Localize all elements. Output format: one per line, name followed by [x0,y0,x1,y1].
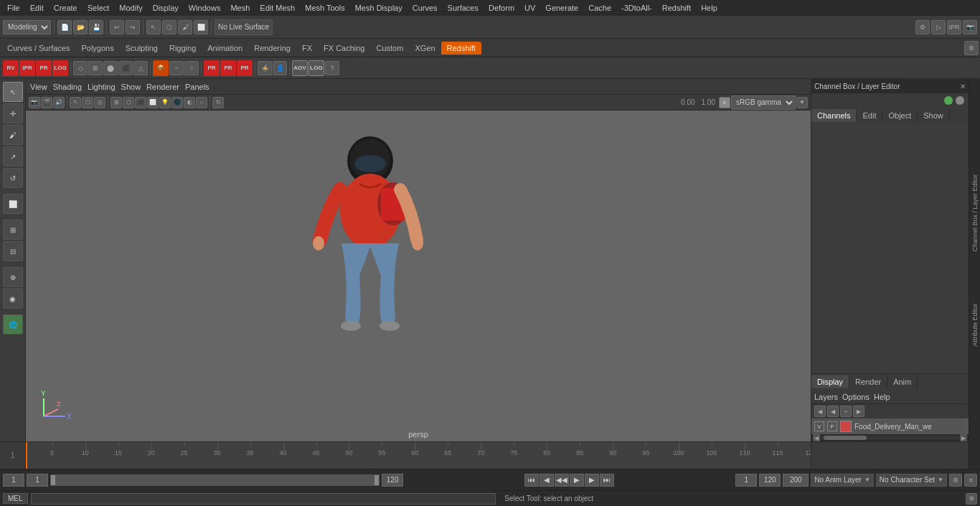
menu-help[interactable]: Help [697,2,722,14]
playhead[interactable] [26,442,27,469]
question-icon[interactable]: ? [325,61,339,75]
lasso-icon[interactable]: ⬡ [162,20,176,34]
range-end-input[interactable]: 120 [382,474,403,487]
ipr-icon[interactable]: IPR [947,20,961,34]
timeline-ruler[interactable]: 5101520253035404550556065707580859095100… [26,442,811,469]
menu-surfaces[interactable]: Surfaces [443,2,483,14]
vp-solid-icon[interactable]: ⬛ [135,97,146,108]
marquee-icon[interactable]: ⬜ [194,20,208,34]
tab-custom[interactable]: Custom [371,42,410,55]
step-forward-btn[interactable]: ▶ [585,474,599,487]
pr3-icon[interactable]: PR [220,60,236,76]
menu-select[interactable]: Select [83,2,114,14]
new-file-icon[interactable]: 📄 [57,20,72,34]
marquee-tool[interactable]: ⬜ [3,194,23,214]
select-icon[interactable]: ↖ [146,20,161,34]
aov-icon[interactable]: AOV [292,60,308,76]
layer-prev-icon[interactable]: ◀ [814,406,826,417]
vp-light-icon[interactable]: 💡 [159,97,171,108]
log-icon[interactable]: LOG [52,60,68,76]
color-swatch[interactable]: ■ [719,97,730,108]
vp-texture-icon[interactable]: ⬜ [147,97,159,108]
mountain-icon[interactable]: △ [133,61,148,75]
settings-gear-icon[interactable]: ⚙ [964,41,979,55]
range-start-handle[interactable] [51,475,55,485]
tab-rendering[interactable]: Rendering [248,42,296,55]
menu-edit[interactable]: Edit [26,2,48,14]
frame-range-bar[interactable] [50,474,380,486]
no-live-surface-btn[interactable]: No Live Surface [215,19,273,35]
vp-mask-icon[interactable]: ⬡ [82,97,93,108]
menu-modify[interactable]: Modify [115,2,146,14]
tab-anim-layer[interactable]: Anim [887,375,918,388]
rotate-tool[interactable]: ↺ [3,168,23,188]
cube-icon[interactable]: 📦 [153,60,169,76]
no-anim-layer-selector[interactable]: No Anim Layer ▼ [811,474,874,487]
circle-icon[interactable]: ○ [184,61,199,75]
menu-cache[interactable]: Cache [584,2,616,14]
layer-visibility-btn[interactable]: V [814,421,824,431]
tab-display-layer[interactable]: Display [811,375,849,388]
status-bar-icon[interactable]: ⊞ [966,493,977,505]
open-file-icon[interactable]: 📂 [73,20,88,34]
menu-file[interactable]: File [3,2,24,14]
mel-python-toggle[interactable]: MEL [3,493,28,504]
world-icon[interactable]: 🌐 [3,314,23,334]
no-char-set-selector[interactable]: No Character Set ▼ [876,474,947,487]
layers-menu-help[interactable]: Help [874,393,890,401]
max-frame-input[interactable]: 120 [759,474,781,487]
layer-color-indicator[interactable] [840,421,852,432]
layout-tool[interactable]: ⊞ [3,220,23,240]
menu-uv[interactable]: UV [520,2,540,14]
scroll-right-arrow[interactable]: ▶ [960,434,967,441]
current-frame-input-right[interactable]: 1 [27,474,48,487]
vp-xray-icon[interactable]: ◐ [184,97,195,108]
vp-refresh-icon[interactable]: ↻ [212,97,224,108]
play-back-btn[interactable]: ◀◀ [555,474,569,487]
panel-close-icon[interactable]: ✕ [960,83,966,90]
attribute-editor-tab-label[interactable]: Attribute Editor [970,299,980,351]
total-max-input[interactable]: 200 [783,474,809,487]
menu-curves[interactable]: Curves [408,2,442,14]
frame-display-input[interactable] [735,474,757,487]
range-end-handle[interactable] [374,475,379,485]
brush-tool[interactable]: 🖌 [3,125,23,145]
menu-deform[interactable]: Deform [484,2,519,14]
vp-menu-panels[interactable]: Panels [185,83,209,91]
tab-show[interactable]: Show [918,109,950,122]
menu-display[interactable]: Display [149,2,183,14]
pr4-icon[interactable]: PR [237,60,253,76]
vp-grid-icon[interactable]: ⊞ [110,97,122,108]
soft-select-tool[interactable]: ◉ [3,289,23,309]
menu-3dtoall[interactable]: -3DtoAll- [617,2,656,14]
current-frame-input-left[interactable]: 1 [3,474,24,487]
layer-p-btn[interactable]: P [827,421,837,431]
tab-polygons[interactable]: Polygons [75,42,119,55]
play-forward-btn[interactable]: ▶ [570,474,584,487]
color-space-expand-icon[interactable]: ▼ [796,97,808,108]
layers-menu-options[interactable]: Options [842,393,870,401]
step-back-btn[interactable]: ◀ [540,474,554,487]
vp-menu-view[interactable]: View [30,83,47,91]
redo-icon[interactable]: ↪ [126,20,140,34]
ipr-red-icon[interactable]: IPR [19,60,35,76]
render-view-icon[interactable]: 📷 [963,20,977,34]
ipr-log-icon[interactable]: LOG [308,60,324,76]
menu-generate[interactable]: Generate [541,2,583,14]
undo-icon[interactable]: ↩ [110,20,124,34]
layout-tool2[interactable]: ⊟ [3,241,23,261]
tab-fx-caching[interactable]: FX Caching [318,42,370,55]
tab-animation[interactable]: Animation [202,42,248,55]
color-space-selector[interactable]: sRGB gamma [731,95,796,110]
go-end-btn[interactable]: ⏭ [600,474,614,487]
tab-render-layer[interactable]: Render [849,375,887,388]
menu-create[interactable]: Create [50,2,82,14]
anim-settings-icon[interactable]: ⚙ [949,474,962,487]
render-settings-icon[interactable]: ⚙ [915,20,930,34]
pot-icon[interactable]: 🍲 [258,61,272,75]
vp-menu-lighting[interactable]: Lighting [88,83,116,91]
layer-add-icon[interactable]: + [840,406,852,417]
tab-rigging[interactable]: Rigging [164,42,202,55]
vp-audio-icon[interactable]: 🔊 [53,97,65,108]
vp-menu-renderer[interactable]: Renderer [146,83,179,91]
